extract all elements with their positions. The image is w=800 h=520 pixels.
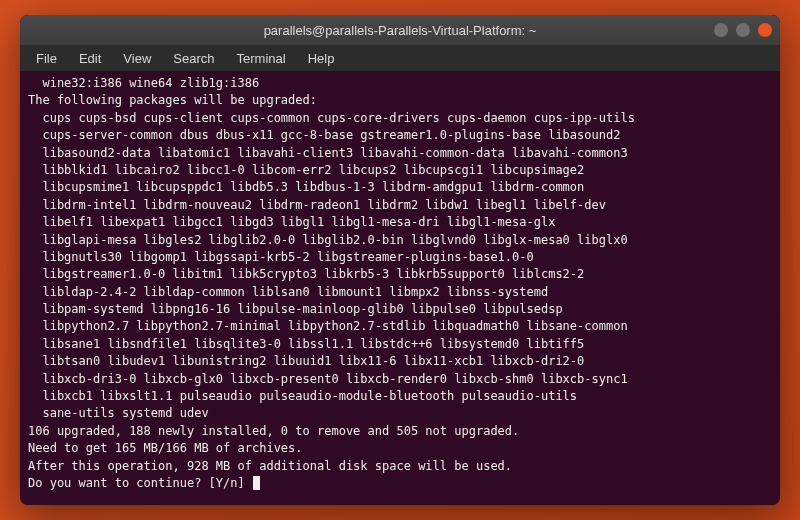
line: libdrm-intel1 libdrm-nouveau2 libdrm-rad… <box>28 198 606 212</box>
titlebar[interactable]: parallels@parallels-Parallels-Virtual-Pl… <box>20 15 780 45</box>
line: libxcb-dri3-0 libxcb-glx0 libxcb-present… <box>28 372 628 386</box>
line: libtsan0 libudev1 libunistring2 libuuid1… <box>28 354 584 368</box>
line: libsane1 libsndfile1 libsqlite3-0 libssl… <box>28 337 584 351</box>
line: libpam-systemd libpng16-16 libpulse-main… <box>28 302 563 316</box>
line: libcupsmime1 libcupsppdc1 libdb5.3 libdb… <box>28 180 584 194</box>
line: libblkid1 libcairo2 libcc1-0 libcom-err2… <box>28 163 584 177</box>
minimize-icon[interactable] <box>714 23 728 37</box>
line: libldap-2.4-2 libldap-common liblsan0 li… <box>28 285 548 299</box>
terminal-window: parallels@parallels-Parallels-Virtual-Pl… <box>20 15 780 505</box>
line: The following packages will be upgraded: <box>28 93 317 107</box>
line: libgstreamer1.0-0 libitm1 libk5crypto3 l… <box>28 267 584 281</box>
line: cups cups-bsd cups-client cups-common cu… <box>28 111 635 125</box>
line: libasound2-data libatomic1 libavahi-clie… <box>28 146 628 160</box>
close-icon[interactable] <box>758 23 772 37</box>
line: libgnutls30 libgomp1 libgssapi-krb5-2 li… <box>28 250 534 264</box>
line: libpython2.7 libpython2.7-minimal libpyt… <box>28 319 628 333</box>
line: sane-utils systemd udev <box>28 406 209 420</box>
line: libelf1 libexpat1 libgcc1 libgd3 libgl1 … <box>28 215 555 229</box>
window-controls <box>714 23 772 37</box>
cursor-icon <box>253 476 260 490</box>
line: Need to get 165 MB/166 MB of archives. <box>28 441 303 455</box>
menu-search[interactable]: Search <box>163 48 224 69</box>
terminal-output[interactable]: wine32:i386 wine64 zlib1g:i386 The follo… <box>20 71 780 505</box>
menu-edit[interactable]: Edit <box>69 48 111 69</box>
window-title: parallels@parallels-Parallels-Virtual-Pl… <box>264 23 537 38</box>
line: libglapi-mesa libgles2 libglib2.0-0 libg… <box>28 233 628 247</box>
line: 106 upgraded, 188 newly installed, 0 to … <box>28 424 519 438</box>
line: cups-server-common dbus dbus-x11 gcc-8-b… <box>28 128 620 142</box>
menu-view[interactable]: View <box>113 48 161 69</box>
line: libxcb1 libxslt1.1 pulseaudio pulseaudio… <box>28 389 577 403</box>
line: After this operation, 928 MB of addition… <box>28 459 512 473</box>
menu-file[interactable]: File <box>26 48 67 69</box>
menu-terminal[interactable]: Terminal <box>227 48 296 69</box>
menu-help[interactable]: Help <box>298 48 345 69</box>
line: wine32:i386 wine64 zlib1g:i386 <box>28 76 259 90</box>
menubar: File Edit View Search Terminal Help <box>20 45 780 71</box>
maximize-icon[interactable] <box>736 23 750 37</box>
line-prompt: Do you want to continue? [Y/n] <box>28 476 252 490</box>
